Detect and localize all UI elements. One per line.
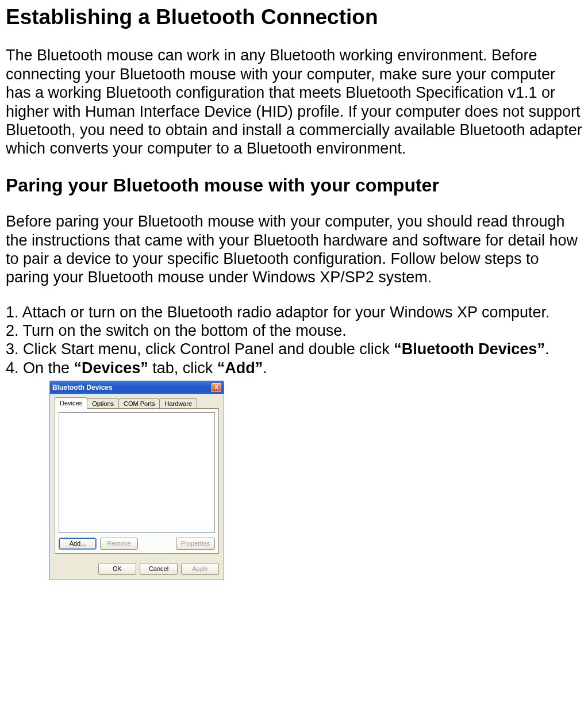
step-text: . bbox=[545, 340, 549, 358]
step-bold: “Add” bbox=[217, 359, 263, 377]
tab-com-ports[interactable]: COM Ports bbox=[118, 398, 160, 409]
device-listbox[interactable] bbox=[59, 412, 215, 533]
tab-hardware[interactable]: Hardware bbox=[159, 398, 197, 409]
pane-button-row: Add... Remove Properties bbox=[59, 538, 215, 550]
step-3: 3. Click Start menu, click Control Panel… bbox=[6, 340, 582, 358]
bluetooth-devices-dialog: Bluetooth Devices X Devices Options COM … bbox=[49, 381, 224, 580]
step-1: 1. Attach or turn on the Bluetooth radio… bbox=[6, 303, 582, 321]
dialog-title: Bluetooth Devices bbox=[52, 384, 113, 391]
dialog-body: Devices Options COM Ports Hardware Add..… bbox=[50, 394, 224, 558]
dialog-titlebar[interactable]: Bluetooth Devices X bbox=[50, 381, 224, 394]
step-number: 4. bbox=[6, 359, 23, 377]
step-number: 3. bbox=[6, 340, 23, 358]
dialog-footer: OK Cancel Apply bbox=[50, 558, 224, 580]
step-text: On the bbox=[23, 359, 74, 377]
tab-pane: Add... Remove Properties bbox=[55, 408, 219, 554]
step-text: Turn on the switch on the bottom of the … bbox=[23, 322, 347, 339]
intro-paragraph: The Bluetooth mouse can work in any Blue… bbox=[6, 46, 582, 158]
tab-devices[interactable]: Devices bbox=[55, 397, 87, 409]
pairing-paragraph: Before paring your Bluetooth mouse with … bbox=[6, 212, 582, 287]
tab-options[interactable]: Options bbox=[87, 398, 119, 409]
step-bold: “Bluetooth Devices” bbox=[394, 340, 545, 358]
step-4: 4. On the “Devices” tab, click “Add”. Bl… bbox=[6, 359, 582, 580]
spacer bbox=[141, 538, 172, 550]
cancel-button[interactable]: Cancel bbox=[140, 563, 178, 575]
close-button[interactable]: X bbox=[212, 383, 221, 392]
add-button[interactable]: Add... bbox=[59, 538, 97, 550]
properties-button[interactable]: Properties bbox=[176, 538, 215, 550]
step-number: 1. bbox=[6, 304, 22, 321]
apply-button[interactable]: Apply bbox=[181, 563, 219, 575]
step-text: Attach or turn on the Bluetooth radio ad… bbox=[22, 304, 550, 321]
tab-row: Devices Options COM Ports Hardware bbox=[55, 397, 219, 409]
step-text: . bbox=[263, 359, 267, 377]
remove-button[interactable]: Remove bbox=[100, 538, 138, 550]
close-icon: X bbox=[214, 385, 218, 390]
step-number: 2. bbox=[6, 322, 23, 339]
step-text: Click Start menu, click Control Panel an… bbox=[23, 340, 394, 358]
step-2: 2. Turn on the switch on the bottom of t… bbox=[6, 321, 582, 340]
section-heading: Paring your Bluetooth mouse with your co… bbox=[6, 174, 582, 196]
step-text: tab, click bbox=[148, 359, 217, 377]
steps-list: 1. Attach or turn on the Bluetooth radio… bbox=[6, 303, 582, 581]
ok-button[interactable]: OK bbox=[98, 563, 136, 575]
step-bold: “Devices” bbox=[74, 359, 148, 377]
page-heading: Establishing a Bluetooth Connection bbox=[6, 5, 582, 30]
